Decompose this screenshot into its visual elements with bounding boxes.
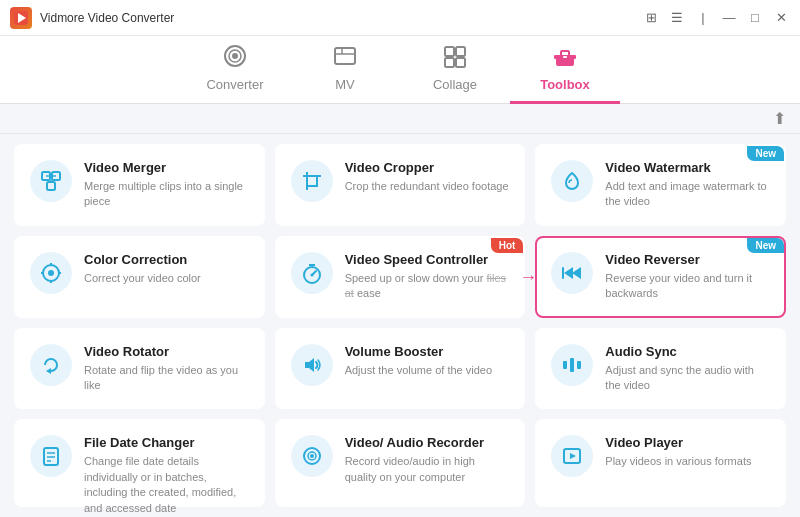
tool-desc-video-rotator: Rotate and flip the video as you like (84, 363, 249, 394)
tool-icon-video-rotator (30, 344, 72, 386)
tool-title-video-reverser: Video Reverser (605, 252, 770, 267)
collage-icon (442, 44, 468, 72)
tool-icon-video-player (551, 435, 593, 477)
tool-card-color-correction[interactable]: Color CorrectionCorrect your video color (14, 236, 265, 318)
scroll-top-bar: ⬆ (0, 104, 800, 134)
badge-video-watermark: New (747, 146, 784, 161)
tool-title-video-audio-recorder: Video/ Audio Recorder (345, 435, 510, 450)
tools-grid: Video MergerMerge multiple clips into a … (0, 134, 800, 517)
converter-icon (222, 44, 248, 72)
tool-icon-file-date-changer (30, 435, 72, 477)
tool-card-video-audio-recorder[interactable]: Video/ Audio RecorderRecord video/audio … (275, 419, 526, 507)
tab-mv[interactable]: MV (290, 36, 400, 104)
window-separator: | (694, 9, 712, 27)
tool-desc-video-merger: Merge multiple clips into a single piece (84, 179, 249, 210)
tool-title-video-speed-controller: Video Speed Controller (345, 252, 510, 267)
tool-info-audio-sync: Audio SyncAdjust and sync the audio with… (605, 344, 770, 394)
tool-icon-video-speed-controller (291, 252, 333, 294)
tool-desc-video-reverser: Reverse your video and turn it backwards (605, 271, 770, 302)
tabbar: Converter MV Collage (0, 36, 800, 104)
tool-icon-video-cropper (291, 160, 333, 202)
app-logo (10, 7, 32, 29)
tool-card-audio-sync[interactable]: Audio SyncAdjust and sync the audio with… (535, 328, 786, 410)
tool-info-video-player: Video PlayerPlay videos in various forma… (605, 435, 770, 469)
tool-title-color-correction: Color Correction (84, 252, 249, 267)
tool-card-video-speed-controller[interactable]: HotVideo Speed ControllerSpeed up or slo… (275, 236, 526, 318)
scroll-top-button[interactable]: ⬆ (773, 109, 786, 128)
tool-card-video-merger[interactable]: Video MergerMerge multiple clips into a … (14, 144, 265, 226)
tool-icon-video-watermark (551, 160, 593, 202)
svg-rect-18 (47, 182, 55, 190)
badge-video-reverser: New (747, 238, 784, 253)
svg-marker-37 (572, 267, 581, 279)
tool-desc-video-speed-controller: Speed up or slow down your files at ease (345, 271, 510, 302)
window-minimize-btn[interactable]: — (720, 9, 738, 27)
mv-icon (332, 44, 358, 72)
window-menu-btn[interactable]: ☰ (668, 9, 686, 27)
svg-rect-21 (307, 176, 317, 186)
tool-card-file-date-changer[interactable]: File Date ChangerChange file date detail… (14, 419, 265, 507)
svg-rect-9 (456, 47, 465, 56)
tool-title-video-watermark: Video Watermark (605, 160, 770, 175)
svg-point-3 (232, 53, 238, 59)
tab-toolbox[interactable]: Toolbox (510, 36, 620, 104)
tool-icon-audio-sync (551, 344, 593, 386)
tool-info-video-reverser: Video ReverserReverse your video and tur… (605, 252, 770, 302)
tool-card-video-rotator[interactable]: Video RotatorRotate and flip the video a… (14, 328, 265, 410)
tool-desc-video-watermark: Add text and image watermark to the vide… (605, 179, 770, 210)
tool-info-video-watermark: Video WatermarkAdd text and image waterm… (605, 160, 770, 210)
tool-card-video-watermark[interactable]: NewVideo WatermarkAdd text and image wat… (535, 144, 786, 226)
tool-card-video-reverser[interactable]: NewVideo ReverserReverse your video and … (535, 236, 786, 318)
svg-rect-10 (445, 58, 454, 67)
tool-card-video-player[interactable]: Video PlayerPlay videos in various forma… (535, 419, 786, 507)
tool-icon-color-correction (30, 252, 72, 294)
svg-rect-42 (570, 358, 574, 372)
tool-card-video-cropper[interactable]: Video CropperCrop the redundant video fo… (275, 144, 526, 226)
svg-marker-40 (305, 358, 314, 372)
badge-video-speed-controller: Hot (491, 238, 524, 253)
svg-point-27 (48, 270, 54, 276)
tool-title-volume-booster: Volume Booster (345, 344, 510, 359)
tool-icon-video-audio-recorder (291, 435, 333, 477)
tab-converter[interactable]: Converter (180, 36, 290, 104)
svg-point-50 (310, 454, 314, 458)
tool-desc-audio-sync: Adjust and sync the audio with the video (605, 363, 770, 394)
svg-rect-38 (562, 267, 564, 279)
tool-title-file-date-changer: File Date Changer (84, 435, 249, 450)
tool-info-color-correction: Color CorrectionCorrect your video color (84, 252, 249, 286)
svg-rect-15 (563, 56, 567, 58)
svg-rect-8 (445, 47, 454, 56)
window-maximize-btn[interactable]: □ (746, 9, 764, 27)
tool-icon-volume-booster (291, 344, 333, 386)
svg-rect-43 (577, 361, 581, 369)
svg-rect-11 (456, 58, 465, 67)
tool-icon-video-merger (30, 160, 72, 202)
tool-title-video-rotator: Video Rotator (84, 344, 249, 359)
tab-mv-label: MV (335, 77, 355, 92)
svg-point-34 (310, 273, 313, 276)
tool-info-video-rotator: Video RotatorRotate and flip the video a… (84, 344, 249, 394)
tool-desc-video-cropper: Crop the redundant video footage (345, 179, 510, 194)
tool-info-video-merger: Video MergerMerge multiple clips into a … (84, 160, 249, 210)
window-close-btn[interactable]: ✕ (772, 9, 790, 27)
tool-title-video-player: Video Player (605, 435, 770, 450)
tool-desc-color-correction: Correct your video color (84, 271, 249, 286)
svg-marker-39 (46, 368, 51, 374)
svg-rect-5 (335, 48, 355, 64)
svg-rect-41 (563, 361, 567, 369)
tool-info-video-speed-controller: Video Speed ControllerSpeed up or slow d… (345, 252, 510, 302)
tool-icon-video-reverser (551, 252, 593, 294)
tool-info-video-audio-recorder: Video/ Audio RecorderRecord video/audio … (345, 435, 510, 485)
tool-desc-video-player: Play videos in various formats (605, 454, 770, 469)
window-controls: ⊞ ☰ | — □ ✕ (642, 9, 790, 27)
tool-info-volume-booster: Volume BoosterAdjust the volume of the v… (345, 344, 510, 378)
window-feedback-btn[interactable]: ⊞ (642, 9, 660, 27)
tab-toolbox-label: Toolbox (540, 77, 590, 92)
tool-info-file-date-changer: File Date ChangerChange file date detail… (84, 435, 249, 516)
svg-marker-52 (570, 453, 576, 459)
tab-collage-label: Collage (433, 77, 477, 92)
titlebar: Vidmore Video Converter ⊞ ☰ | — □ ✕ (0, 0, 800, 36)
tool-card-volume-booster[interactable]: Volume BoosterAdjust the volume of the v… (275, 328, 526, 410)
tab-collage[interactable]: Collage (400, 36, 510, 104)
tool-desc-file-date-changer: Change file date details individually or… (84, 454, 249, 516)
